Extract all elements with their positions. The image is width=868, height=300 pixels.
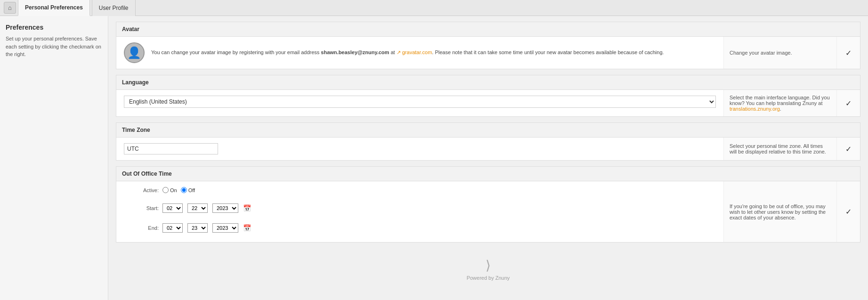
oof-on-label: On [170, 187, 177, 193]
home-button[interactable]: ⌂ [4, 2, 16, 14]
avatar-section-body: 👤 You can change your avatar image by re… [116, 37, 860, 69]
external-link-icon: ↗ [397, 49, 401, 55]
timezone-section-header: Time Zone [116, 123, 860, 138]
timezone-save-button[interactable]: ✓ [842, 143, 855, 155]
avatar-action: ✓ [836, 37, 860, 69]
oof-start-calendar-icon[interactable]: 📅 [243, 204, 251, 212]
timezone-hint: Select your personal time zone. All time… [723, 138, 836, 160]
oof-start-label: Start: [135, 205, 159, 211]
oof-end-calendar-icon[interactable]: 📅 [243, 224, 251, 232]
oof-end-label: End: [135, 225, 159, 231]
language-hint-post: . [780, 106, 781, 112]
oof-end-month-select[interactable]: 01 02 03 04 05 06 07 08 09 10 11 12 [162, 223, 183, 233]
language-section-body: English (United States) Deutsch Español … [116, 90, 860, 116]
timezone-section-main [116, 138, 723, 160]
oof-on-option[interactable]: On [162, 187, 177, 193]
out-of-office-section-body: Active: On Off [116, 181, 860, 242]
timezone-input[interactable] [124, 143, 218, 154]
footer: ⟩ Powered by Znuny [116, 248, 860, 285]
language-section-main: English (United States) Deutsch Español … [116, 90, 723, 116]
avatar-section: Avatar 👤 You can change your avatar imag… [116, 22, 860, 69]
oof-start-month-select[interactable]: 01 02 03 04 05 06 07 08 09 10 11 12 [162, 203, 183, 213]
oof-end-day-select[interactable]: 23 [187, 223, 208, 233]
tab-personal-preferences[interactable]: Personal Preferences [18, 0, 90, 16]
avatar-description: You can change your avatar image by regi… [151, 49, 664, 57]
checkmark-icon: ✓ [845, 208, 852, 216]
translations-link-label: translations.znuny.org [730, 106, 780, 112]
oof-end-row: End: 01 02 03 04 05 06 07 08 09 10 [135, 223, 251, 233]
avatar-desc-mid: at [389, 49, 396, 55]
avatar-hint: Change your avatar image. [723, 37, 836, 69]
avatar-placeholder-icon: 👤 [127, 46, 141, 59]
oof-off-option[interactable]: Off [181, 187, 195, 193]
main-layout: Preferences Set up your personal prefere… [0, 16, 868, 300]
language-section-header: Language [116, 75, 860, 90]
avatar-section-main: 👤 You can change your avatar image by re… [116, 37, 723, 69]
oof-radio-group: On Off [162, 187, 195, 193]
out-of-office-main: Active: On Off [116, 181, 723, 242]
timezone-section: Time Zone Select your personal time zone… [116, 122, 860, 161]
avatar: 👤 [124, 42, 145, 63]
oof-start-row: Start: 01 02 03 04 05 06 07 08 09 10 [135, 203, 251, 213]
avatar-hint-text: Change your avatar image. [730, 50, 792, 56]
language-action: ✓ [836, 90, 860, 116]
timezone-section-body: Select your personal time zone. All time… [116, 138, 860, 160]
gravatar-link-label: gravatar.com [402, 49, 432, 55]
checkmark-icon: ✓ [845, 145, 852, 153]
avatar-save-button[interactable]: ✓ [842, 47, 855, 59]
avatar-email: shawn.beasley@znuny.com [321, 49, 389, 55]
oof-end-year-select[interactable]: 2023 [212, 223, 238, 233]
language-select[interactable]: English (United States) Deutsch Español … [124, 96, 716, 108]
oof-off-label: Off [188, 187, 195, 193]
tab-user-profile-label: User Profile [99, 5, 129, 11]
oof-active-row: Active: On Off [135, 187, 195, 193]
tab-personal-preferences-label: Personal Preferences [25, 4, 83, 11]
oof-hint: If you're going to be out of office, you… [723, 181, 836, 242]
oof-action: ✓ [836, 181, 860, 242]
language-section: Language English (United States) Deutsch… [116, 75, 860, 117]
avatar-desc-post: . Please note that it can take some time… [432, 49, 664, 55]
oof-on-radio[interactable] [162, 187, 169, 193]
top-navigation: ⌂ Personal Preferences User Profile [0, 0, 868, 16]
footer-logo-icon: ⟩ [116, 258, 860, 273]
oof-start-year-select[interactable]: 2023 [212, 203, 238, 213]
language-hint: Select the main interface language. Did … [723, 90, 836, 116]
language-hint-text: Select the main interface language. Did … [730, 95, 831, 112]
language-save-button[interactable]: ✓ [842, 97, 855, 110]
gravatar-link[interactable]: ↗ gravatar.com [397, 49, 432, 55]
sidebar-description: Set up your personal preferences. Save e… [6, 35, 102, 58]
oof-start-day-select[interactable]: 22 [187, 203, 208, 213]
sidebar: Preferences Set up your personal prefere… [0, 16, 108, 300]
oof-off-radio[interactable] [181, 187, 187, 193]
oof-save-button[interactable]: ✓ [842, 205, 855, 218]
checkmark-icon: ✓ [845, 49, 852, 57]
oof-active-label: Active: [135, 187, 159, 193]
language-hint-pre: Select the main interface language. Did … [730, 95, 830, 106]
home-icon: ⌂ [8, 4, 12, 11]
timezone-action: ✓ [836, 138, 860, 160]
content-area: Avatar 👤 You can change your avatar imag… [108, 16, 868, 300]
avatar-section-header: Avatar [116, 22, 860, 37]
avatar-desc-pre: You can change your avatar image by regi… [151, 49, 321, 55]
out-of-office-section: Out Of Office Time Active: On [116, 166, 860, 243]
tab-user-profile[interactable]: User Profile [92, 0, 136, 16]
timezone-hint-text: Select your personal time zone. All time… [730, 143, 831, 154]
footer-powered-by: Powered by Znuny [116, 275, 860, 281]
checkmark-icon: ✓ [845, 99, 852, 107]
translations-link[interactable]: translations.znuny.org [730, 106, 780, 112]
sidebar-title: Preferences [6, 24, 102, 31]
out-of-office-section-header: Out Of Office Time [116, 167, 860, 181]
oof-hint-text: If you're going to be out of office, you… [730, 203, 831, 220]
